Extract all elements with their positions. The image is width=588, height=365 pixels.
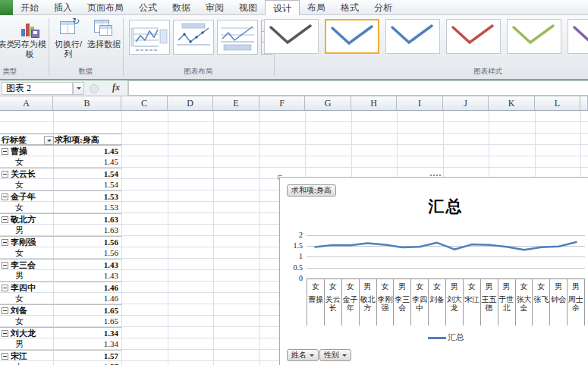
style-line-icon <box>447 20 498 52</box>
axis-gender-label: 男 <box>550 278 567 294</box>
chart-title[interactable]: 汇总 <box>307 196 585 217</box>
collapse-icon[interactable] <box>2 171 8 178</box>
axis-gender-label: 女 <box>411 278 428 294</box>
ribbon-body: 更改图表类型 另存为模板 ↻ 切换行/列 选择数据 <box>0 15 588 79</box>
tab-analyze[interactable]: 分析 <box>366 0 400 15</box>
column-header-F[interactable]: F <box>259 96 305 110</box>
pivot-row-labels-header: 行标签 <box>2 134 27 146</box>
tab-page-layout[interactable]: 页面布局 <box>80 0 131 15</box>
gender-field-button[interactable]: 性别 <box>319 349 351 361</box>
select-data-label: 选择数据 <box>87 39 121 49</box>
group-separator <box>49 18 49 76</box>
pivot-group-name: 刘备 <box>11 305 27 316</box>
chart-category-axis: 女曹操女关云长女金子年男敬北方女李刚强男李三会女李四中女刘备男刘大龙女宋江男王五… <box>307 278 585 326</box>
column-header-H[interactable]: H <box>351 96 397 110</box>
axis-name-label: 李刚强 <box>377 294 394 313</box>
column-header-E[interactable]: E <box>213 96 259 110</box>
collapse-icon[interactable] <box>2 330 8 337</box>
axis-category-cell: 男刘大龙 <box>445 278 463 326</box>
ribbon-tabs: 开始插入页面布局公式数据审阅视图设计布局格式分析 <box>13 0 400 14</box>
collapse-icon[interactable] <box>2 262 8 269</box>
chart-selection-corner-handle[interactable] <box>278 175 282 180</box>
pivot-gender-value: 1.45 <box>55 156 118 168</box>
tab-design[interactable]: 设计 <box>265 0 300 15</box>
column-header-K[interactable]: K <box>489 96 535 110</box>
chart-selection-top-handle[interactable] <box>430 175 441 176</box>
row-labels-filter-button[interactable] <box>44 136 54 145</box>
formula-bar-button[interactable] <box>90 84 99 93</box>
tab-view[interactable]: 视图 <box>231 0 265 15</box>
axis-category-cell: 男钟会 <box>549 278 567 326</box>
axis-name-label: 于世北 <box>498 294 515 313</box>
column-header-D[interactable]: D <box>168 96 213 110</box>
select-data-button[interactable]: 选择数据 <box>86 18 121 65</box>
tab-data[interactable]: 数据 <box>165 0 198 15</box>
pivot-group-row: 关云长1.54 <box>0 168 121 179</box>
formula-input[interactable] <box>128 80 588 96</box>
chart-legend[interactable]: 汇总 <box>307 332 585 343</box>
pivot-group-total: 1.45 <box>55 146 118 157</box>
name-box-dropdown-button[interactable] <box>73 82 84 95</box>
tab-insert[interactable]: 插入 <box>46 0 80 15</box>
dropdown-arrow-icon <box>342 354 347 357</box>
axis-name-label: 周士余 <box>568 294 584 313</box>
tab-review[interactable]: 审阅 <box>198 0 231 15</box>
collapse-icon[interactable] <box>2 239 8 246</box>
axis-category-cell: 女关云长 <box>324 278 341 326</box>
pivot-gender-value: 1.63 <box>55 225 118 236</box>
collapse-icon[interactable] <box>2 148 8 155</box>
collapse-icon[interactable] <box>2 353 8 360</box>
tab-format[interactable]: 格式 <box>333 0 366 15</box>
column-header-B[interactable]: B <box>53 96 121 110</box>
name-box[interactable]: 图表 2 <box>2 82 73 95</box>
style-line-icon <box>326 20 378 52</box>
chart-style-swatch-1[interactable] <box>264 19 319 54</box>
column-header-G[interactable]: G <box>305 96 351 110</box>
chart-layout-3-thumbnail[interactable] <box>217 20 258 55</box>
axis-gender-label: 女 <box>516 278 533 294</box>
file-tab-corner[interactable] <box>0 0 13 15</box>
collapse-icon[interactable] <box>2 216 8 223</box>
switch-row-column-button[interactable]: ↻ 切换行/列 <box>51 18 86 65</box>
name-field-button[interactable]: 姓名 <box>287 349 319 361</box>
axis-gender-label: 男 <box>394 278 410 294</box>
pivot-group-total: 1.53 <box>55 191 118 203</box>
pivot-gender-label: 男 <box>15 338 24 350</box>
chart-data-series[interactable] <box>307 231 585 282</box>
collapse-icon[interactable] <box>2 307 8 314</box>
value-field-button[interactable]: 求和项:身高 <box>287 184 336 197</box>
save-as-template-button[interactable]: 另存为模板 <box>12 18 47 65</box>
tab-layout[interactable]: 布局 <box>300 0 333 15</box>
axis-name-label: 李三会 <box>394 294 410 313</box>
column-header-J[interactable]: J <box>443 96 489 110</box>
axis-gender-label: 女 <box>307 278 324 294</box>
pivot-group-name: 刘大龙 <box>11 328 36 339</box>
pivot-chart[interactable]: 求和项:身高 汇总 21.510.50 女曹操女关云长女金子年男敬北方女李刚强男… <box>279 177 588 365</box>
tab-formulas[interactable]: 公式 <box>131 0 165 15</box>
chart-style-swatch-6[interactable] <box>568 19 588 54</box>
chart-layout-2-thumbnail[interactable] <box>173 20 214 55</box>
group-label-data: 数据 <box>50 67 121 77</box>
collapse-icon[interactable] <box>2 194 8 200</box>
chart-style-swatch-4[interactable] <box>446 19 501 54</box>
chart-layout-1-thumbnail[interactable] <box>129 20 170 55</box>
style-line-icon <box>386 20 438 52</box>
chart-style-swatch-5[interactable] <box>507 19 561 54</box>
chart-style-swatch-3[interactable] <box>385 19 440 54</box>
tab-home[interactable]: 开始 <box>13 0 46 15</box>
column-header-A[interactable]: A <box>0 96 53 110</box>
insert-function-icon[interactable]: fx <box>112 82 120 93</box>
column-header-L[interactable]: L <box>535 96 580 110</box>
pivot-gender-label: 女 <box>15 361 24 365</box>
column-header-C[interactable]: C <box>121 96 168 110</box>
pivot-group-name: 李四中 <box>11 282 36 294</box>
pivot-group-total: 1.57 <box>55 351 118 362</box>
grid-vline <box>213 111 214 365</box>
change-chart-type-icon <box>0 18 4 38</box>
axis-name-label: 钟会 <box>550 294 567 304</box>
legend-line-marker <box>428 337 446 339</box>
collapse-icon[interactable] <box>2 285 8 291</box>
pivot-group-total: 1.46 <box>55 282 118 294</box>
column-header-I[interactable]: I <box>397 96 443 110</box>
chart-style-swatch-2[interactable] <box>325 19 379 54</box>
